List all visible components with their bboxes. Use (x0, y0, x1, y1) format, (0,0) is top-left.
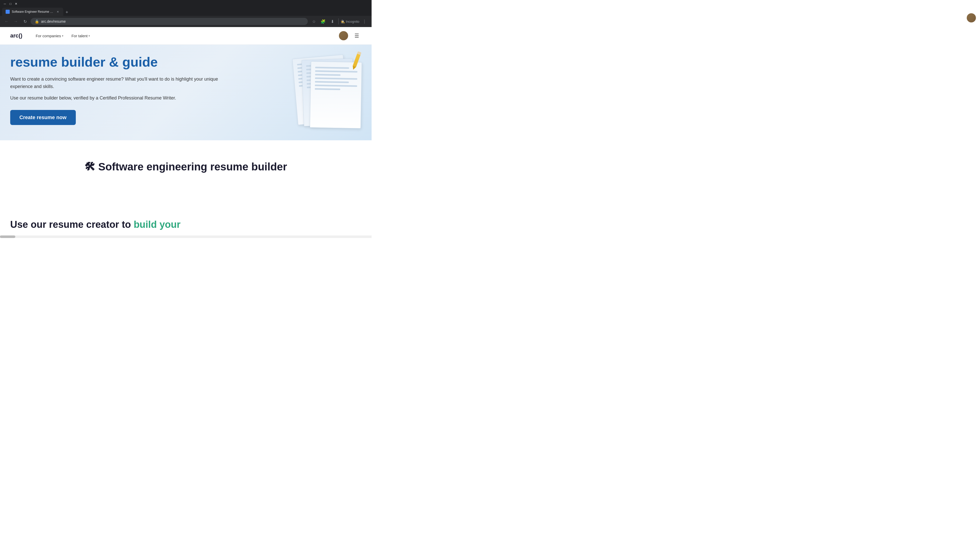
line-f3 (315, 74, 340, 76)
downloads-button[interactable]: ⬇ (328, 17, 336, 25)
nav-links: For companies ▾ For talent ▾ (33, 32, 339, 40)
line-f2 (315, 70, 358, 73)
close-button[interactable]: ✕ (14, 2, 18, 6)
section-use-highlight-text: build your (134, 219, 181, 230)
line-f5 (315, 81, 349, 83)
section-use-static-text: Use our resume creator to (10, 219, 131, 230)
toolbar: ← → ↻ 🔒 arc.dev/resume ☆ 🧩 ⬇ 🕵 Incognito… (0, 16, 372, 27)
window-controls: ─ □ ✕ (3, 2, 18, 6)
tab-bar: Software Engineer Resume Buil ✕ + (0, 8, 372, 16)
incognito-icon: 🕵 (341, 20, 345, 24)
nav-hamburger-button[interactable]: ☰ (352, 31, 361, 40)
refresh-button[interactable]: ↻ (21, 18, 29, 25)
hero-content: resume builder & guide Want to create a … (10, 55, 221, 125)
extensions-button[interactable]: 🧩 (319, 17, 327, 25)
tab-title: Software Engineer Resume Buil (12, 10, 54, 14)
site-logo[interactable]: arc() (10, 32, 22, 39)
nav-for-companies-chevron: ▾ (62, 35, 63, 37)
tab-favicon (6, 10, 10, 14)
active-tab[interactable]: Software Engineer Resume Buil ✕ (2, 8, 63, 16)
horizontal-scrollbar[interactable] (0, 235, 372, 238)
section-builder-title-text: Software engineering resume builder (98, 161, 287, 173)
tab-close-button[interactable]: ✕ (56, 10, 60, 14)
pencil-eraser (357, 52, 361, 55)
hero-section: resume builder & guide Want to create a … (0, 44, 372, 140)
hero-title: resume builder & guide (10, 55, 221, 69)
hero-image (264, 57, 361, 123)
line-f4 (315, 78, 357, 80)
menu-button[interactable]: ⋮ (360, 17, 369, 25)
nav-right: ☰ (339, 31, 361, 40)
browser-chrome: ─ □ ✕ Software Engineer Resume Buil ✕ + … (0, 0, 372, 27)
maximize-button[interactable]: □ (9, 2, 12, 6)
forward-button[interactable]: → (12, 18, 19, 25)
hero-description-2: Use our resume builder below, verified b… (10, 94, 221, 102)
new-tab-button[interactable]: + (63, 9, 70, 16)
page-content: arc() For companies ▾ For talent ▾ ☰ res… (0, 27, 372, 238)
minimize-button[interactable]: ─ (3, 2, 6, 6)
bookmark-button[interactable]: ☆ (310, 17, 318, 25)
line-f6 (315, 85, 357, 87)
nav-for-talent-chevron: ▾ (89, 35, 90, 37)
paper-front (310, 62, 362, 129)
line-f1 (315, 67, 349, 69)
tools-icon: 🛠 (84, 161, 95, 173)
url-text: arc.dev/resume (41, 19, 304, 24)
papers-stack (264, 57, 361, 123)
nav-user-avatar[interactable] (339, 31, 348, 40)
section-builder-title: 🛠 Software engineering resume builder (10, 161, 361, 173)
title-bar: ─ □ ✕ (0, 0, 372, 8)
back-button[interactable]: ← (3, 18, 10, 25)
create-resume-button[interactable]: Create resume now (10, 110, 76, 125)
line-f7 (315, 88, 340, 90)
incognito-label: Incognito (346, 20, 360, 24)
nav-for-talent-label: For talent (72, 34, 88, 38)
section-use-title: Use our resume creator to build your (10, 219, 361, 230)
nav-for-companies-label: For companies (36, 34, 61, 38)
site-navigation: arc() For companies ▾ For talent ▾ ☰ (0, 27, 372, 44)
incognito-badge: 🕵 Incognito (341, 20, 360, 24)
nav-for-companies[interactable]: For companies ▾ (33, 32, 66, 40)
toolbar-icons: ☆ 🧩 ⬇ 🕵 Incognito ⋮ (310, 17, 369, 25)
scrollbar-thumb[interactable] (0, 235, 15, 238)
section-use-creator: Use our resume creator to build your (0, 209, 372, 236)
address-bar[interactable]: 🔒 arc.dev/resume (30, 18, 308, 25)
lock-icon: 🔒 (35, 19, 39, 24)
nav-for-talent[interactable]: For talent ▾ (68, 32, 93, 40)
section-builder: 🛠 Software engineering resume builder (0, 140, 372, 209)
hero-description-1: Want to create a convincing software eng… (10, 76, 221, 90)
